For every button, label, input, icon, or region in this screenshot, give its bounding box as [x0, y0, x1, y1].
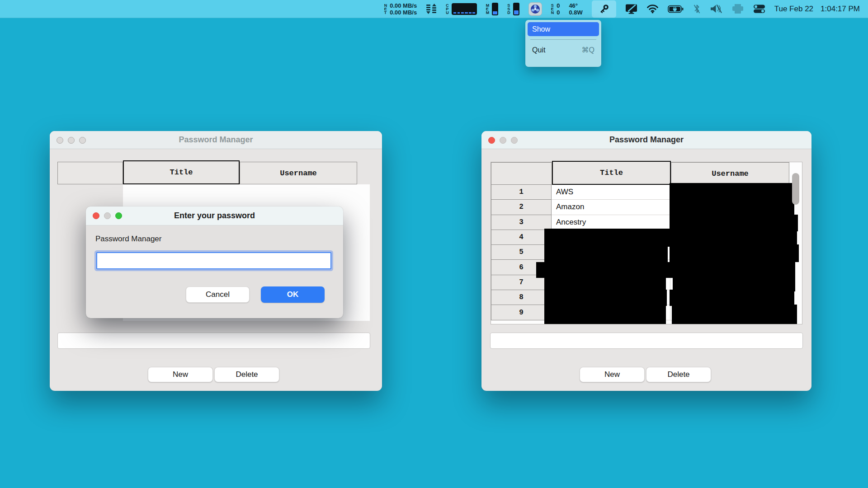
title-cell[interactable]: AWS [552, 185, 670, 200]
zoom-button[interactable] [115, 212, 122, 219]
table-row: 8 [491, 290, 802, 305]
menubar-display[interactable] [625, 0, 637, 18]
close-button[interactable] [57, 137, 63, 144]
menubar-date: Tue Feb 22 [774, 5, 813, 14]
zoom-button[interactable] [511, 137, 518, 144]
title-cell[interactable]: Ancestry [552, 215, 670, 230]
username-cell[interactable] [670, 260, 789, 275]
close-button[interactable] [488, 137, 495, 144]
quit-shortcut: ⌘Q [582, 46, 594, 54]
menubar-battery[interactable] [668, 0, 684, 18]
title-cell[interactable] [552, 230, 670, 245]
menubar-volume[interactable] [710, 0, 722, 18]
row-number-header[interactable] [491, 162, 552, 185]
credentials-table: Title Username 1AWS2Amazon3Ancestry45678… [491, 162, 802, 324]
menu-item-show[interactable]: Show [528, 22, 599, 36]
title-cell[interactable] [552, 290, 670, 305]
menubar-net-stats[interactable]: NET 0.00 MB/s0.00 MB/s [384, 0, 417, 18]
username-cell[interactable] [670, 200, 789, 215]
mem-label: MEM [486, 4, 490, 14]
menubar-clock[interactable]: Tue Feb 22 1:04:17 PM [774, 0, 860, 18]
menubar-control-toggles[interactable] [753, 0, 765, 18]
username-column-header[interactable]: Username [671, 162, 789, 185]
title-cell[interactable]: Amazon [552, 200, 670, 215]
right-window-titlebar[interactable]: Password Manager [481, 131, 811, 149]
username-cell[interactable] [670, 185, 789, 200]
printer-icon [731, 4, 744, 14]
menubar-bluetooth[interactable] [693, 0, 701, 18]
bluetooth-off-icon [693, 4, 701, 14]
menubar-wifi[interactable] [646, 0, 659, 18]
row-number[interactable]: 9 [491, 305, 552, 320]
menu-separator [530, 39, 596, 40]
delete-button[interactable]: Delete [646, 367, 711, 382]
dialog-titlebar[interactable]: Enter your password [86, 206, 343, 225]
table-row: 6 [491, 260, 802, 275]
password-input[interactable] [96, 252, 331, 269]
row-number[interactable]: 4 [491, 230, 552, 245]
row-number[interactable]: 5 [491, 245, 552, 260]
title-cell[interactable] [552, 260, 670, 275]
minimize-button[interactable] [500, 137, 506, 144]
password-prompt-label: Password Manager [95, 235, 161, 244]
username-cell[interactable] [670, 305, 789, 320]
cpu-graph-icon [452, 3, 477, 15]
table-row: 4 [491, 230, 802, 245]
new-button[interactable]: New [148, 367, 213, 382]
sen-label: SEN [551, 4, 554, 14]
title-column-header[interactable]: Title [552, 161, 671, 185]
menubar-printer[interactable] [731, 0, 744, 18]
display-icon [625, 4, 637, 14]
title-cell[interactable] [552, 275, 670, 290]
net-label: NET [384, 4, 387, 14]
cancel-button[interactable]: Cancel [186, 286, 250, 303]
left-window-titlebar[interactable]: Password Manager [50, 131, 382, 149]
menubar-ssd[interactable]: SSD [507, 0, 519, 18]
table-row: 2Amazon [491, 200, 802, 215]
right-table-header: Title Username [491, 162, 802, 185]
right-table-rows: 1AWS2Amazon3Ancestry456789 [491, 185, 802, 320]
new-button[interactable]: New [580, 367, 645, 382]
menubar-sensors[interactable]: SEN 00 [551, 0, 560, 18]
menubar-power[interactable]: 46°0.8W [569, 0, 582, 18]
key-dropdown-menu: Show Quit ⌘Q [525, 20, 601, 67]
vertical-scrollbar-thumb[interactable] [792, 173, 799, 205]
username-cell[interactable] [670, 245, 789, 260]
delete-button[interactable]: Delete [214, 367, 279, 382]
entry-field[interactable] [57, 333, 370, 349]
key-icon [598, 3, 610, 15]
table-row: 1AWS [491, 185, 802, 200]
title-cell[interactable] [552, 305, 670, 320]
username-cell[interactable] [670, 215, 789, 230]
row-number[interactable]: 1 [491, 185, 552, 200]
menubar-time: 1:04:17 PM [821, 5, 860, 14]
zoom-button[interactable] [79, 137, 86, 144]
title-column-header[interactable]: Title [123, 160, 240, 184]
title-cell[interactable] [552, 245, 670, 260]
ssd-label: SSD [507, 4, 510, 14]
entry-field[interactable] [490, 333, 803, 349]
username-cell[interactable] [670, 275, 789, 290]
row-number[interactable]: 3 [491, 215, 552, 230]
username-cell[interactable] [670, 290, 789, 305]
menubar-mem[interactable]: MEM [486, 0, 499, 18]
row-number[interactable]: 2 [491, 200, 552, 215]
menubar-fan[interactable] [528, 0, 542, 18]
minimize-button[interactable] [68, 137, 75, 144]
ok-button[interactable]: OK [261, 286, 325, 303]
menubar-cpu[interactable]: CPU [446, 0, 477, 18]
fan-icon [528, 2, 542, 16]
traffic-arrows-icon [426, 3, 437, 15]
menubar-password-manager[interactable] [592, 0, 616, 18]
menu-item-quit[interactable]: Quit ⌘Q [528, 43, 599, 57]
minimize-button[interactable] [104, 212, 111, 219]
close-button[interactable] [93, 212, 99, 219]
menubar-traffic-arrows[interactable] [426, 0, 437, 18]
power-values: 46°0.8W [569, 2, 582, 16]
row-number-header[interactable] [57, 162, 123, 184]
username-cell[interactable] [670, 230, 789, 245]
row-number[interactable]: 8 [491, 290, 552, 305]
cpu-label: CPU [446, 4, 449, 14]
username-column-header[interactable]: Username [240, 162, 357, 184]
mem-gauge-icon [492, 3, 498, 15]
